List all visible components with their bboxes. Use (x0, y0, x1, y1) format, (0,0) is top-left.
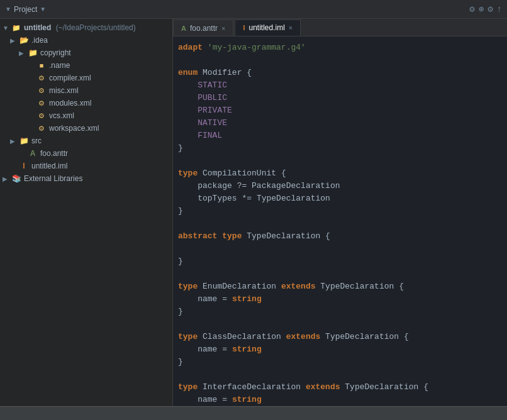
code-line-13[interactable]: } (173, 205, 507, 218)
compiler-xml-icon: ⚙ (36, 73, 47, 83)
name-label: .name (49, 61, 70, 70)
code-line-25[interactable]: } (173, 356, 507, 368)
tab-untitled-iml-label: untitled.iml (248, 23, 284, 32)
code-line-22[interactable] (173, 318, 507, 331)
tab-bar: A foo.anttr × I untitled.iml × (173, 19, 507, 36)
code-line-14[interactable] (173, 218, 507, 230)
tab-untitled-iml[interactable]: I untitled.iml × (235, 19, 301, 36)
code-line-27[interactable]: type InterfaceDeclaration extends TypeDe… (173, 381, 507, 394)
copyright-arrow: ▶ (19, 50, 28, 57)
sidebar-item-misc-xml[interactable]: ⚙ misc.xml (0, 84, 172, 97)
code-line-4[interactable]: PUBLIC (173, 92, 507, 104)
settings-icon[interactable]: ⚙ (469, 4, 474, 14)
name-file-icon: ■ (36, 60, 47, 70)
project-dropdown-arrow[interactable]: ▼ (5, 6, 11, 13)
tab-iml-icon: I (243, 24, 245, 31)
code-line-5[interactable]: PRIVATE (173, 104, 507, 117)
ext-lib-icon: 📚 (11, 174, 21, 184)
sidebar-item-compiler-xml[interactable]: ⚙ compiler.xml (0, 72, 172, 84)
workspace-label: workspace.xml (49, 124, 99, 133)
root-label: untitled (~/IdeaProjects/untitled) (24, 23, 136, 32)
ext-lib-arrow: ▶ (3, 175, 11, 182)
compiler-label: compiler.xml (49, 74, 91, 82)
sidebar-item-copyright[interactable]: ▶ 📁 copyright (0, 47, 172, 59)
code-line-0[interactable]: adapt 'my-java-grammar.g4' (173, 41, 507, 54)
tab-antlr-icon: A (181, 25, 186, 32)
code-line-24[interactable]: name = string (173, 343, 507, 356)
sidebar-item-modules-xml[interactable]: ⚙ modules.xml (0, 97, 172, 109)
top-bar: ▼ Project ▼ ⚙ ⊕ ⚙ ↑ (0, 0, 507, 19)
tab-untitled-iml-close[interactable]: × (289, 24, 292, 31)
sidebar-item-untitled-iml[interactable]: I untitled.iml (0, 160, 172, 172)
code-line-28[interactable]: name = string (173, 394, 507, 406)
foo-anttr-icon: A (28, 148, 38, 158)
code-line-11[interactable]: package ?= PackageDeclaration (173, 180, 507, 192)
workspace-xml-icon: ⚙ (36, 123, 47, 133)
tab-foo-anttr-label: foo.anttr (190, 24, 218, 33)
code-editor[interactable]: adapt 'my-java-grammar.g4' enum Modifier… (173, 36, 507, 406)
sidebar-item-workspace-xml[interactable]: ⚙ workspace.xml (0, 122, 172, 135)
modules-label: modules.xml (49, 99, 91, 108)
copyright-folder-icon: 📁 (28, 48, 38, 58)
idea-arrow: ▶ (10, 37, 19, 44)
vcs-xml-icon: ⚙ (36, 111, 47, 121)
code-line-17[interactable]: } (173, 255, 507, 268)
add-icon[interactable]: ⊕ (479, 4, 484, 14)
code-line-18[interactable] (173, 268, 507, 280)
bottom-bar (0, 406, 507, 420)
sidebar-item-vcs-xml[interactable]: ⚙ vcs.xml (0, 109, 172, 122)
code-line-3[interactable]: STATIC (173, 79, 507, 92)
idea-label: .idea (31, 36, 48, 45)
main-layout: ▼ 📁 untitled (~/IdeaProjects/untitled) ▶… (0, 19, 507, 406)
project-section-label: ▼ Project ▼ (5, 5, 46, 14)
sidebar-item-src[interactable]: ▶ 📁 src (0, 135, 172, 147)
code-line-19[interactable]: type EnumDeclaration extends TypeDeclara… (173, 280, 507, 293)
ext-lib-label: External Libraries (24, 174, 82, 183)
code-line-7[interactable]: FINAL (173, 130, 507, 142)
src-folder-icon: 📁 (19, 136, 29, 146)
code-line-1[interactable] (173, 54, 507, 67)
code-line-20[interactable]: name = string (173, 293, 507, 306)
tree-root[interactable]: ▼ 📁 untitled (~/IdeaProjects/untitled) (0, 21, 172, 34)
sidebar-item-name[interactable]: ■ .name (0, 59, 172, 72)
code-line-15[interactable]: abstract type TypeDeclaration { (173, 230, 507, 243)
code-line-23[interactable]: type ClassDeclaration extends TypeDeclar… (173, 331, 507, 343)
misc-xml-icon: ⚙ (36, 86, 47, 96)
root-folder-icon: 📁 (11, 23, 21, 33)
project-arrow: ▼ (40, 6, 46, 13)
code-line-16[interactable] (173, 243, 507, 255)
project-label[interactable]: Project (14, 5, 37, 14)
foo-label: foo.anttr (40, 149, 68, 158)
tab-foo-anttr-close[interactable]: × (221, 25, 225, 32)
code-line-21[interactable]: } (173, 306, 507, 318)
idea-folder-icon: 📂 (19, 35, 29, 45)
sidebar-item-external-libraries[interactable]: ▶ 📚 External Libraries (0, 172, 172, 185)
code-line-6[interactable]: NATIVE (173, 117, 507, 130)
code-line-9[interactable] (173, 155, 507, 167)
sort-icon[interactable]: ↑ (497, 4, 502, 14)
vcs-label: vcs.xml (49, 111, 74, 120)
modules-xml-icon: ⚙ (36, 98, 47, 108)
src-arrow: ▶ (10, 138, 19, 145)
code-line-10[interactable]: type CompilationUnit { (173, 167, 507, 180)
untitled-iml-label: untitled.iml (31, 162, 67, 170)
editor-area: A foo.anttr × I untitled.iml × adapt 'my… (173, 19, 507, 406)
copyright-label: copyright (40, 48, 71, 57)
code-line-2[interactable]: enum Modifier { (173, 67, 507, 79)
misc-label: misc.xml (49, 86, 79, 95)
untitled-iml-icon: I (19, 161, 29, 171)
top-bar-icons: ⚙ ⊕ ⚙ ↑ (469, 4, 502, 14)
sidebar-item-idea[interactable]: ▶ 📂 .idea (0, 34, 172, 47)
src-label: src (31, 136, 42, 145)
code-line-8[interactable]: } (173, 142, 507, 155)
project-sidebar: ▼ 📁 untitled (~/IdeaProjects/untitled) ▶… (0, 19, 173, 406)
tab-foo-anttr[interactable]: A foo.anttr × (173, 19, 233, 36)
config-icon[interactable]: ⚙ (488, 4, 493, 14)
sidebar-item-foo-anttr[interactable]: A foo.anttr (0, 147, 172, 160)
root-arrow: ▼ (3, 25, 11, 31)
code-line-26[interactable] (173, 368, 507, 381)
code-line-12[interactable]: topTypes *= TypeDeclaration (173, 192, 507, 205)
